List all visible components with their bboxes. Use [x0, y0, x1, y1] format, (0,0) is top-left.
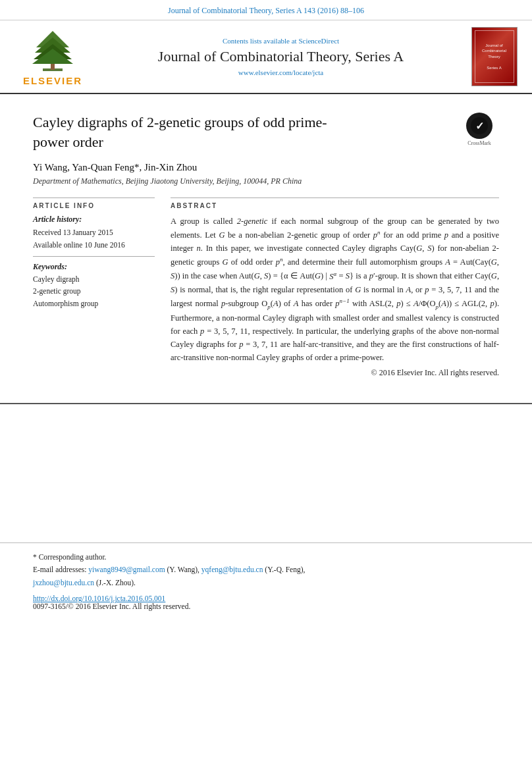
keywords-label: Keywords: [33, 262, 155, 272]
journal-info-block: Contents lists available at ScienceDirec… [99, 27, 463, 86]
received-date: Received 13 January 2015 [33, 226, 155, 238]
journal-title-main: Journal of Combinatorial Theory, Series … [158, 47, 404, 66]
main-divider [0, 403, 532, 404]
doi-section: http://dx.doi.org/10.1016/j.jcta.2016.05… [0, 589, 532, 617]
keyword-1: Cayley digraph [33, 273, 155, 285]
crossmark-icon: ✓ [466, 113, 492, 139]
email-label: E-mail addresses: [33, 566, 86, 573]
elsevier-brand-text: ELSEVIER [23, 75, 82, 86]
corresponding-author-note: * Corresponding author. [33, 551, 499, 564]
authors-text: Yi Wang, Yan-Quan Feng*, Jin-Xin Zhou [33, 162, 197, 172]
issn-line: 0097-3165/© 2016 Elsevier Inc. All right… [33, 602, 499, 610]
doi-link[interactable]: http://dx.doi.org/10.1016/j.jcta.2016.05… [33, 594, 165, 602]
keyword-3: Automorphism group [33, 298, 155, 309]
two-col-section: ARTICLE INFO Article history: Received 1… [33, 198, 499, 378]
affiliation-text: Department of Mathematics, Beijing Jiaot… [33, 176, 302, 186]
doi-line: http://dx.doi.org/10.1016/j.jcta.2016.05… [33, 594, 499, 602]
cover-box-inner: Journal ofCombinatorialTheorySeries A [475, 30, 514, 83]
article-history: Article history: Received 13 January 201… [33, 215, 155, 257]
paper-title: Cayley digraphs of 2-genetic groups of o… [33, 113, 349, 151]
available-date: Available online 10 June 2016 [33, 239, 155, 251]
article-info-col: ARTICLE INFO Article history: Received 1… [33, 198, 155, 378]
crossmark-label: CrossMark [467, 140, 491, 146]
email-feng[interactable]: yqfeng@bjtu.edu.cn [201, 566, 263, 573]
keywords-section: Keywords: Cayley digraph 2-genetic group… [33, 262, 155, 309]
affiliation-block: Department of Mathematics, Beijing Jiaot… [33, 176, 499, 187]
journal-cover: Journal ofCombinatorialTheorySeries A [469, 27, 519, 86]
history-label: Article history: [33, 215, 155, 224]
keyword-2: 2-genetic group [33, 285, 155, 297]
title-section: ✓ CrossMark Cayley digraphs of 2-genetic… [33, 107, 499, 162]
elsevier-tree-icon [23, 28, 82, 74]
contents-prefix: Contents lists available at [223, 37, 298, 45]
blank-space [0, 411, 532, 542]
main-content: ✓ CrossMark Cayley digraphs of 2-genetic… [0, 94, 532, 391]
email-line: E-mail addresses: yiwang8949@gmail.com (… [33, 564, 499, 577]
svg-text:✓: ✓ [475, 120, 484, 132]
cover-box: Journal ofCombinatorialTheorySeries A [471, 27, 518, 86]
copyright-line: © 2016 Elsevier Inc. All rights reserved… [171, 368, 499, 378]
crossmark-svg-icon: ✓ [470, 117, 489, 135]
contents-available-line: Contents lists available at ScienceDirec… [223, 37, 339, 45]
journal-header-link[interactable]: Journal of Combinatorial Theory, Series … [168, 6, 364, 15]
email-zhou[interactable]: jxzhou@bjtu.edu.cn [33, 579, 94, 587]
email-line-2: jxzhou@bjtu.edu.cn (J.-X. Zhou). [33, 577, 499, 590]
top-banner: ELSEVIER Contents lists available at Sci… [0, 20, 532, 94]
article-info-label: ARTICLE INFO [33, 202, 155, 209]
cover-text: Journal ofCombinatorialTheorySeries A [482, 43, 506, 70]
email-wang[interactable]: yiwang8949@gmail.com [88, 566, 165, 573]
journal-url[interactable]: www.elsevier.com/locate/jcta [238, 68, 323, 76]
abstract-label: ABSTRACT [171, 202, 499, 209]
abstract-col: ABSTRACT A group is called 2-genetic if … [171, 198, 499, 378]
crossmark-badge: ✓ CrossMark [460, 113, 499, 146]
authors-line: Yi Wang, Yan-Quan Feng*, Jin-Xin Zhou [33, 162, 499, 173]
journal-header-bar: Journal of Combinatorial Theory, Series … [0, 0, 532, 20]
sciencedirect-link[interactable]: ScienceDirect [298, 37, 339, 45]
elsevier-logo: ELSEVIER [13, 27, 92, 86]
abstract-text: A group is called 2-genetic if each norm… [171, 215, 499, 364]
footnote-section: * Corresponding author. E-mail addresses… [0, 542, 532, 590]
